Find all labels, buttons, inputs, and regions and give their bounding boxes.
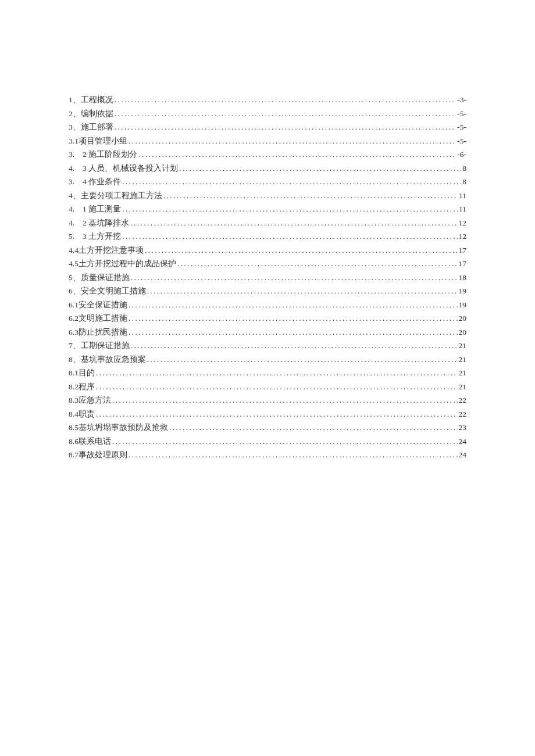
toc-leader <box>147 287 458 295</box>
toc-page: 19 <box>459 287 467 295</box>
toc-page: 21 <box>459 342 467 350</box>
toc-title: 职责 <box>79 410 95 418</box>
toc-prefix: 4. <box>69 219 83 227</box>
toc-title: 3 土方开挖 <box>83 232 121 241</box>
toc-leader <box>129 137 456 145</box>
toc-entry: 1、工程概况-3- <box>69 96 466 104</box>
toc-entry: 8.2 程序21 <box>69 383 466 391</box>
toc-title: 编制依据 <box>81 110 113 118</box>
toc-entry: 8、基坑事故应急预案21 <box>69 356 466 364</box>
toc-page: 21 <box>459 383 467 391</box>
toc-title: 工程概况 <box>81 96 113 104</box>
toc-prefix: 4. <box>69 205 83 213</box>
toc-prefix: 5、 <box>69 274 81 282</box>
toc-entry: 4、主要分项工程施工方法11 <box>69 192 466 200</box>
toc-page: 8 <box>462 178 466 186</box>
toc-leader <box>96 369 458 377</box>
toc-page: 20 <box>459 328 467 336</box>
toc-prefix: 8.4 <box>69 410 79 418</box>
toc-title: 项目管理小组 <box>79 137 127 145</box>
toc-leader <box>131 274 458 281</box>
toc-entry: 8.6 联系电话24 <box>69 438 466 446</box>
toc-prefix: 8.6 <box>69 438 79 446</box>
toc-leader <box>147 356 458 363</box>
toc-entry: 4.4 土方开挖注意事项17 <box>69 246 466 255</box>
toc-entry: 6.3 防止扰民措施20 <box>69 328 466 336</box>
toc-entry: 3.4 作业条件8 <box>69 178 466 186</box>
toc-page: 24 <box>459 438 467 446</box>
toc-entry: 8.1 目的21 <box>69 369 466 377</box>
toc-title: 土方开挖过程中的成品保护 <box>79 260 176 268</box>
toc-prefix: 2、 <box>69 110 81 118</box>
toc-prefix: 6、 <box>69 287 81 295</box>
toc-prefix: 1、 <box>69 96 81 104</box>
toc-prefix: 8.7 <box>69 451 79 459</box>
toc-title: 2 施工阶段划分 <box>83 151 137 159</box>
toc-entry: 4.3 人员、机械设备投入计划8 <box>69 164 466 173</box>
toc-entry: 7、工期保证措施21 <box>69 342 466 350</box>
toc-page: 24 <box>459 451 467 459</box>
toc-page: -5- <box>457 137 466 145</box>
toc-entry: 6、安全文明施工措施19 <box>69 287 466 295</box>
toc-title: 2 基坑降排水 <box>83 219 129 227</box>
toc-prefix: 8.1 <box>69 369 79 377</box>
toc-page: -5- <box>457 110 466 118</box>
toc-leader <box>129 314 458 322</box>
toc-leader <box>131 342 458 349</box>
toc-page: 11 <box>459 205 466 213</box>
toc-leader <box>129 328 458 336</box>
toc-prefix: 6.1 <box>69 301 79 309</box>
toc-page: 11 <box>459 192 466 200</box>
toc-entry: 5、质量保证措施18 <box>69 274 466 282</box>
toc-entry: 4.2 基坑降排水12 <box>69 219 466 227</box>
toc-prefix: 8.2 <box>69 383 79 391</box>
toc-entry: 8.5 基坑坍塌事故预防及抢救23 <box>69 424 466 432</box>
toc-leader <box>122 232 457 240</box>
toc-leader <box>169 424 458 431</box>
toc-entry: 6.2 文明施工措施20 <box>69 314 466 323</box>
toc-leader <box>96 383 458 390</box>
toc-leader <box>130 219 457 227</box>
toc-title: 文明施工措施 <box>79 314 127 323</box>
toc-prefix: 4.4 <box>69 246 79 255</box>
toc-prefix: 8.5 <box>69 424 79 432</box>
toc-page: 8 <box>462 164 466 173</box>
toc-entry: 4.1 施工测量11 <box>69 205 466 213</box>
toc-leader <box>122 178 461 185</box>
toc-page: 19 <box>459 301 467 309</box>
toc-title: 基坑事故应急预案 <box>81 356 146 364</box>
toc-entry: 8.4 职责22 <box>69 410 466 418</box>
toc-page: 21 <box>459 356 467 364</box>
toc-entry: 3.2 施工阶段划分-6- <box>69 151 466 159</box>
toc-leader <box>129 301 458 309</box>
toc-entry: 5.3 土方开挖12 <box>69 232 466 241</box>
toc-title: 事故处理原则 <box>79 451 127 459</box>
toc-page: 22 <box>459 410 467 418</box>
toc-prefix: 4、 <box>69 192 81 200</box>
toc-page: 12 <box>459 232 467 241</box>
toc-prefix: 3. <box>69 178 83 186</box>
toc-leader <box>115 110 456 117</box>
toc-title: 土方开挖注意事项 <box>79 246 144 255</box>
toc-entry: 8.3 应急方法22 <box>69 396 466 404</box>
toc-title: 安全文明施工措施 <box>81 287 146 295</box>
toc-leader <box>96 410 458 418</box>
toc-page: -5- <box>457 123 466 131</box>
toc-leader <box>145 246 458 254</box>
toc-page: 12 <box>459 219 467 227</box>
toc-title: 质量保证措施 <box>81 274 130 282</box>
toc-page: 20 <box>459 314 467 323</box>
toc-page: 17 <box>459 260 467 268</box>
toc-title: 3 人员、机械设备投入计划 <box>83 164 178 173</box>
toc-leader <box>179 164 461 172</box>
toc-leader <box>122 205 458 213</box>
toc-leader <box>163 192 458 199</box>
toc-leader <box>112 396 458 404</box>
toc-title: 主要分项工程施工方法 <box>81 192 162 200</box>
toc-page: -3- <box>457 96 466 104</box>
toc-leader <box>115 123 456 131</box>
toc-title: 防止扰民措施 <box>79 328 127 336</box>
toc-title: 4 作业条件 <box>83 178 121 186</box>
toc-prefix: 6.2 <box>69 314 79 323</box>
toc-page: 17 <box>459 246 467 255</box>
